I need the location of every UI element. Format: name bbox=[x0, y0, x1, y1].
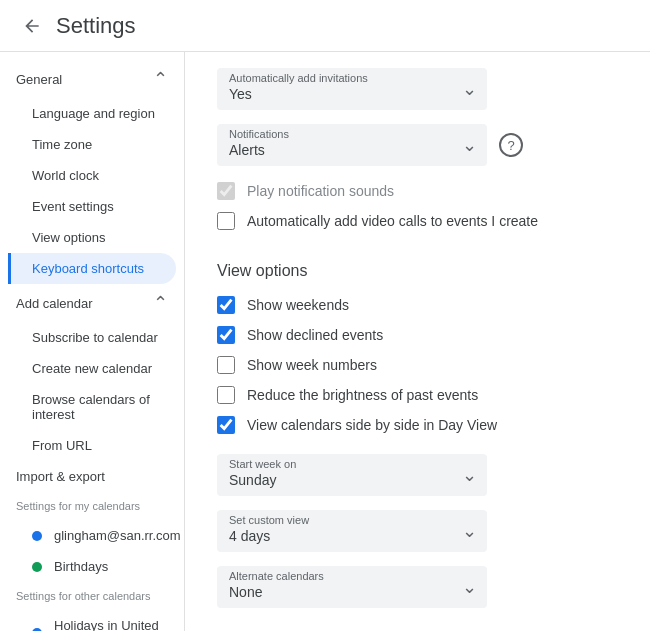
invitations-group: Automatically add invitations Yes ⌄ bbox=[217, 68, 618, 110]
alternate-calendars-dropdown[interactable]: Alternate calendars None ⌄ bbox=[217, 566, 487, 608]
sidebar-item-timezone[interactable]: Time zone bbox=[8, 129, 176, 160]
calendar-dot-glingham bbox=[32, 531, 42, 541]
help-icon[interactable]: ? bbox=[499, 133, 523, 157]
start-week-dropdown[interactable]: Start week on Sunday ⌄ bbox=[217, 454, 487, 496]
invitations-dropdown[interactable]: Automatically add invitations Yes ⌄ bbox=[217, 68, 487, 110]
show-week-numbers-label: Show week numbers bbox=[247, 357, 377, 373]
sidebar-item-subscribe[interactable]: Subscribe to calendar bbox=[8, 322, 176, 353]
sidebar-item-birthdays[interactable]: Birthdays bbox=[8, 551, 176, 582]
invitations-value: Yes bbox=[229, 86, 475, 102]
side-by-side-checkbox[interactable] bbox=[217, 416, 235, 434]
auto-video-row: Automatically add video calls to events … bbox=[217, 212, 618, 230]
main-content: General ⌃ Language and region Time zone … bbox=[0, 52, 650, 631]
sidebar-general-label: General bbox=[16, 72, 62, 87]
auto-video-checkbox[interactable] bbox=[217, 212, 235, 230]
start-week-group: Start week on Sunday ⌄ bbox=[217, 454, 618, 496]
sidebar: General ⌃ Language and region Time zone … bbox=[0, 52, 185, 631]
play-sounds-row: Play notification sounds bbox=[217, 182, 618, 200]
notifications-dropdown[interactable]: Notifications Alerts ⌄ bbox=[217, 124, 487, 166]
sidebar-item-eventsettings[interactable]: Event settings bbox=[8, 191, 176, 222]
chevron-down-icon-5: ⌄ bbox=[462, 576, 477, 598]
show-declined-checkbox[interactable] bbox=[217, 326, 235, 344]
reduce-brightness-row: Reduce the brightness of past events bbox=[217, 386, 618, 404]
back-button[interactable] bbox=[16, 10, 48, 42]
reduce-brightness-label: Reduce the brightness of past events bbox=[247, 387, 478, 403]
custom-view-label: Set custom view bbox=[229, 514, 475, 526]
sidebar-othercalendars-items: Holidays in United States bbox=[0, 610, 184, 631]
sidebar-addcalendar-items: Subscribe to calendar Create new calenda… bbox=[0, 322, 184, 461]
custom-view-group: Set custom view 4 days ⌄ bbox=[217, 510, 618, 552]
sidebar-item-language[interactable]: Language and region bbox=[8, 98, 176, 129]
alternate-calendars-value: None bbox=[229, 584, 475, 600]
start-week-label: Start week on bbox=[229, 458, 475, 470]
sidebar-general-items: Language and region Time zone World cloc… bbox=[0, 98, 184, 284]
view-options-title: View options bbox=[217, 262, 618, 280]
sidebar-addcalendar-header[interactable]: Add calendar ⌃ bbox=[0, 284, 184, 322]
sidebar-item-glingham[interactable]: glingham@san.rr.com bbox=[8, 520, 176, 551]
play-sounds-label: Play notification sounds bbox=[247, 183, 394, 199]
sidebar-item-fromurl[interactable]: From URL bbox=[8, 430, 176, 461]
custom-view-value: 4 days bbox=[229, 528, 475, 544]
alternate-calendars-label: Alternate calendars bbox=[229, 570, 475, 582]
show-week-numbers-row: Show week numbers bbox=[217, 356, 618, 374]
alternate-calendars-group: Alternate calendars None ⌄ bbox=[217, 566, 618, 608]
chevron-down-icon-2: ⌄ bbox=[462, 134, 477, 156]
chevron-down-icon-3: ⌄ bbox=[462, 464, 477, 486]
chevron-down-icon-4: ⌄ bbox=[462, 520, 477, 542]
sidebar-item-importexport[interactable]: Import & export bbox=[0, 461, 176, 492]
page-title: Settings bbox=[56, 13, 136, 39]
chevron-up-icon: ⌃ bbox=[153, 68, 168, 90]
show-declined-row: Show declined events bbox=[217, 326, 618, 344]
show-weekends-label: Show weekends bbox=[247, 297, 349, 313]
notifications-label: Notifications bbox=[229, 128, 475, 140]
sidebar-general-header[interactable]: General ⌃ bbox=[0, 60, 184, 98]
sidebar-item-holidays[interactable]: Holidays in United States bbox=[8, 610, 176, 631]
notifications-value: Alerts bbox=[229, 142, 475, 158]
top-bar: Settings bbox=[0, 0, 650, 52]
sidebar-item-keyboardshortcuts[interactable]: Keyboard shortcuts bbox=[8, 253, 176, 284]
show-weekends-row: Show weekends bbox=[217, 296, 618, 314]
sidebar-item-browse[interactable]: Browse calendars of interest bbox=[8, 384, 176, 430]
sidebar-mycalendars-items: glingham@san.rr.com Birthdays bbox=[0, 520, 184, 582]
calendar-dot-birthdays bbox=[32, 562, 42, 572]
show-weekends-checkbox[interactable] bbox=[217, 296, 235, 314]
show-declined-label: Show declined events bbox=[247, 327, 383, 343]
content-area: Automatically add invitations Yes ⌄ Noti… bbox=[185, 52, 650, 631]
sidebar-item-createnew[interactable]: Create new calendar bbox=[8, 353, 176, 384]
sidebar-mycalendars-header[interactable]: Settings for my calendars bbox=[0, 492, 184, 520]
reduce-brightness-checkbox[interactable] bbox=[217, 386, 235, 404]
chevron-up-icon-2: ⌃ bbox=[153, 292, 168, 314]
invitations-label: Automatically add invitations bbox=[229, 72, 475, 84]
play-sounds-checkbox bbox=[217, 182, 235, 200]
sidebar-addcalendar-label: Add calendar bbox=[16, 296, 93, 311]
chevron-down-icon: ⌄ bbox=[462, 78, 477, 100]
notifications-row: Notifications Alerts ⌄ ? bbox=[217, 124, 618, 166]
side-by-side-label: View calendars side by side in Day View bbox=[247, 417, 497, 433]
show-week-numbers-checkbox[interactable] bbox=[217, 356, 235, 374]
sidebar-mycalendars-label: Settings for my calendars bbox=[16, 500, 140, 512]
auto-video-label: Automatically add video calls to events … bbox=[247, 213, 538, 229]
side-by-side-row: View calendars side by side in Day View bbox=[217, 416, 618, 434]
sidebar-othercalendars-header[interactable]: Settings for other calendars bbox=[0, 582, 184, 610]
start-week-value: Sunday bbox=[229, 472, 475, 488]
sidebar-item-viewoptions[interactable]: View options bbox=[8, 222, 176, 253]
custom-view-dropdown[interactable]: Set custom view 4 days ⌄ bbox=[217, 510, 487, 552]
sidebar-item-worldclock[interactable]: World clock bbox=[8, 160, 176, 191]
sidebar-othercalendars-label: Settings for other calendars bbox=[16, 590, 151, 602]
